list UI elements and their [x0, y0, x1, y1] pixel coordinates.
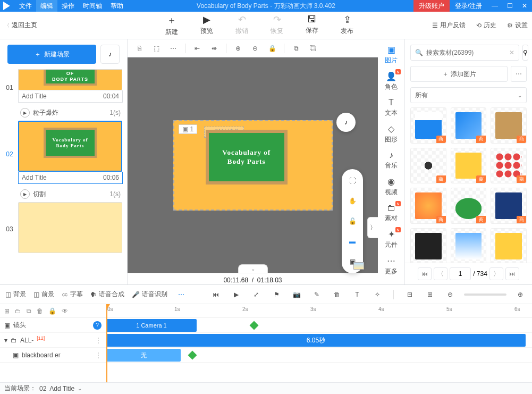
- track-all[interactable]: ▾🗀ALL-[12]⋮: [0, 333, 106, 348]
- tl-zoom-slider[interactable]: [464, 294, 506, 296]
- add-image-button[interactable]: ＋添加图片: [410, 66, 508, 82]
- last-page-button[interactable]: ⏭: [505, 267, 519, 280]
- rail-shape[interactable]: ◇图形: [381, 122, 402, 146]
- tl-foreground[interactable]: ◫前景: [33, 290, 54, 299]
- first-page-button[interactable]: ⏮: [418, 267, 432, 280]
- rail-text[interactable]: T文本: [381, 96, 402, 120]
- add-track-icon[interactable]: ⊞: [4, 307, 10, 315]
- menu-action[interactable]: 操作: [57, 0, 79, 12]
- dots-icon[interactable]: ⋮: [95, 351, 102, 359]
- tl-asr[interactable]: 🎤语音识别: [132, 290, 167, 299]
- rail-music[interactable]: ♪音乐: [381, 148, 402, 172]
- close-button[interactable]: ✕: [517, 0, 532, 12]
- rail-video[interactable]: ◉视频: [381, 174, 402, 199]
- tl-camera[interactable]: 📷: [290, 291, 303, 298]
- lock-track-icon[interactable]: 🔒: [48, 307, 56, 315]
- asset-item[interactable]: [451, 228, 487, 263]
- transition-row[interactable]: ▶粒子爆炸1(s): [18, 105, 123, 121]
- paste-button[interactable]: ⎘: [132, 41, 147, 56]
- tl-play[interactable]: ▶: [230, 291, 242, 298]
- publish-button[interactable]: ⇪发布: [330, 14, 365, 37]
- copy-button[interactable]: ⧉: [289, 41, 303, 56]
- save-button[interactable]: 🖫保存: [294, 14, 330, 37]
- camera-clip[interactable]: 1 Camera 1: [106, 319, 197, 332]
- upgrade-button[interactable]: 升级账户: [413, 0, 450, 12]
- collapse-timeline-button[interactable]: ⌄: [238, 264, 268, 273]
- rail-image[interactable]: ▣图片: [381, 43, 402, 67]
- layer-lane[interactable]: 无: [106, 348, 532, 363]
- new-button[interactable]: ＋新建: [154, 14, 189, 37]
- category-select[interactable]: 所有⌄: [410, 87, 527, 103]
- zoom-out-button[interactable]: ⊖: [248, 41, 263, 56]
- stage-board[interactable]: Vocabulary of Body Parts: [206, 130, 288, 185]
- tl-background[interactable]: ◫背景: [5, 290, 26, 299]
- pointer-button[interactable]: ⬚: [149, 41, 164, 56]
- time-ruler[interactable]: 0s 1s 2s 3s 4s 5s 6s: [106, 304, 532, 318]
- fit-button[interactable]: ▬: [346, 235, 359, 248]
- search-input-wrap[interactable]: 🔍✕: [410, 45, 519, 61]
- page-input[interactable]: [450, 267, 471, 280]
- duration-clip[interactable]: 6.05秒: [106, 334, 526, 347]
- align-left-button[interactable]: ⇤: [190, 41, 205, 56]
- track-layer[interactable]: ▣blackboard er⋮: [0, 348, 106, 363]
- search-input[interactable]: [426, 49, 506, 56]
- maximize-button[interactable]: ☐: [502, 0, 517, 12]
- asset-item[interactable]: 商: [410, 107, 446, 144]
- track-area[interactable]: 0s 1s 2s 3s 4s 5s 6s 1 Camera 1 6.05秒 无: [106, 304, 532, 382]
- enter-clip[interactable]: 无: [106, 349, 181, 362]
- tl-edit[interactable]: ✎: [310, 291, 323, 298]
- tl-more[interactable]: ⋯: [175, 291, 188, 298]
- tl-prev-frame[interactable]: ⏮: [209, 291, 222, 298]
- scene-thumbnail[interactable]: VOCABULARY OF BODY PARTS: [18, 69, 122, 90]
- asset-item[interactable]: 商: [491, 188, 527, 224]
- duration-lane[interactable]: 6.05秒: [106, 333, 532, 348]
- align-dist-button[interactable]: ⇹: [207, 41, 222, 56]
- help-icon[interactable]: ?: [93, 321, 102, 330]
- expand-right-button[interactable]: 〉: [367, 217, 378, 238]
- settings-button[interactable]: ⚙设置: [507, 21, 528, 30]
- asset-item[interactable]: 商: [491, 148, 527, 184]
- fullscreen-button[interactable]: ⛶: [346, 174, 359, 187]
- preview-button[interactable]: ▶预览: [189, 14, 224, 37]
- asset-item[interactable]: [410, 228, 446, 263]
- new-scene-button[interactable]: ＋新建场景: [7, 45, 96, 64]
- playhead[interactable]: [106, 304, 107, 382]
- menu-help[interactable]: 帮助: [106, 0, 128, 12]
- back-home-button[interactable]: 〈返回主页: [4, 21, 37, 30]
- dots-icon[interactable]: ⋮: [95, 337, 102, 344]
- tl-zoom-in[interactable]: ⊕: [514, 291, 527, 298]
- filter-button[interactable]: ⚲: [522, 45, 528, 61]
- scene-item-03[interactable]: 03: [4, 202, 123, 253]
- tl-subtitle[interactable]: ㏄字幕: [62, 290, 83, 299]
- tl-expand[interactable]: ⤢: [250, 291, 263, 298]
- redo-button[interactable]: ↷恢复: [259, 14, 294, 37]
- feedback-button[interactable]: ☰用户反馈: [432, 21, 466, 30]
- rail-more[interactable]: ⋯更多: [381, 254, 402, 278]
- keyframe[interactable]: [250, 321, 259, 330]
- tl-tts[interactable]: 🗣语音合成: [90, 290, 124, 299]
- asset-item[interactable]: 商: [491, 107, 527, 144]
- asset-item[interactable]: [491, 228, 527, 263]
- scene-music-button[interactable]: ♪: [100, 45, 120, 64]
- copy-track-icon[interactable]: ⧉: [27, 307, 31, 315]
- scene-title-row[interactable]: Add Title00:04: [18, 90, 123, 103]
- more-shape-button[interactable]: ⋯: [166, 41, 181, 56]
- menu-file[interactable]: 文件: [15, 0, 36, 12]
- prev-page-button[interactable]: 〈: [434, 267, 447, 280]
- scene-title-row[interactable]: Add Title00:06: [18, 172, 123, 184]
- asset-item[interactable]: 商: [451, 107, 487, 144]
- stage[interactable]: ▣1 ▣ 默认镜头 Vocabulary of Body Parts: [173, 120, 333, 211]
- minimap-icon[interactable]: [353, 262, 364, 270]
- login-button[interactable]: 登录/注册: [450, 2, 487, 11]
- undo-button[interactable]: ↶撤销: [224, 14, 259, 37]
- delete-track-icon[interactable]: 🗑: [37, 307, 43, 315]
- canvas[interactable]: ▣1 ▣ 默认镜头 Vocabulary of Body Parts ♪ ⛶ ✋…: [128, 57, 378, 273]
- visibility-icon[interactable]: 👁: [62, 307, 68, 315]
- tl-text[interactable]: T: [351, 291, 364, 298]
- scene-thumbnail[interactable]: Vocabulary of Body Parts: [18, 121, 122, 172]
- minimize-button[interactable]: ―: [487, 0, 502, 12]
- duplicate-button[interactable]: ⿻: [306, 41, 320, 56]
- tl-zoom-out[interactable]: ⊖: [444, 291, 457, 298]
- bgm-button[interactable]: ♪: [336, 113, 356, 132]
- tl-magic[interactable]: ✧: [371, 291, 384, 298]
